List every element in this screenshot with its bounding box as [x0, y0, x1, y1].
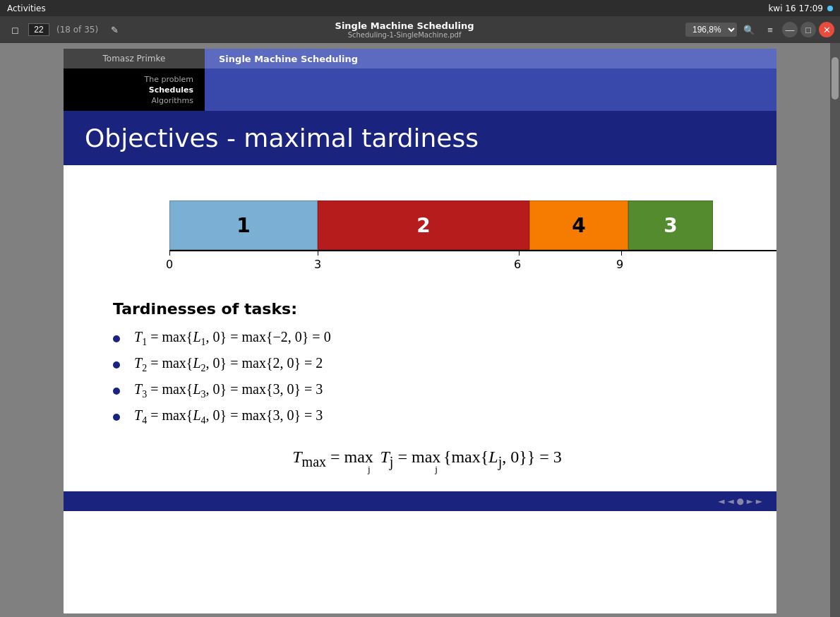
slide-wrapper: Tomasz Primke Single Machine Scheduling … — [64, 49, 776, 613]
label-9: 9 — [616, 258, 623, 271]
presentation-title: Single Machine Scheduling — [219, 54, 358, 64]
gantt-block-1: 1 — [169, 200, 318, 250]
tick-0 — [169, 250, 170, 256]
pres-nav-right — [205, 68, 776, 111]
titlebar: ◻ (18 of 35) ✎ Single Machine Scheduling… — [0, 16, 840, 43]
titlebar-left: ◻ (18 of 35) ✎ — [0, 22, 129, 37]
titlebar-right: 196,8% 100% 150% 200% 🔍 ≡ — □ ✕ — [680, 22, 840, 37]
gantt-chart: 1 2 4 3 ▶ t — [169, 200, 776, 279]
nav-item-algorithms: Algorithms — [151, 96, 193, 105]
nav-item-schedules: Schedules — [149, 85, 193, 95]
label-3: 3 — [314, 258, 321, 271]
titlebar-center: Single Machine Scheduling Scheduling-1-S… — [129, 20, 680, 39]
gantt-row: 1 2 4 3 — [169, 200, 776, 250]
list-item-t1: T1 = max{L1, 0} = max{−2, 0} = 0 — [113, 329, 741, 348]
gantt-axis-labels: 0 3 6 9 — [169, 258, 776, 279]
bullet-icon-4 — [113, 414, 120, 421]
label-0: 0 — [166, 258, 173, 271]
pres-nav: The problem Schedules Algorithms — [64, 68, 776, 111]
gantt-block-4: 4 — [529, 200, 628, 250]
tmax-formula: Tmax = maxj Tj = maxj{max{Lj, 0}} = 3 — [113, 448, 741, 470]
tick-3 — [318, 250, 318, 256]
doc-title: Single Machine Scheduling — [129, 20, 680, 31]
pres-bottom: ◄ ◄ ● ► ► — [64, 491, 776, 511]
slide-heading: Objectives - maximal tardiness — [85, 124, 755, 152]
formula-t3: T3 = max{L3, 0} = max{3, 0} = 3 — [134, 381, 323, 400]
nav-item-problem: The problem — [145, 75, 193, 84]
pres-header-title: Single Machine Scheduling — [205, 49, 776, 68]
math-section-title: Tardinesses of tasks: — [113, 300, 741, 318]
pres-nav-icons: ◄ ◄ ● ► ► — [718, 496, 762, 506]
datetime-label: kwi 16 17:09 — [768, 4, 823, 13]
page-of-total: (18 of 35) — [54, 25, 101, 35]
search-button[interactable]: 🔍 — [740, 22, 758, 37]
maximize-button[interactable]: □ — [800, 22, 816, 37]
author-label: Tomasz Primke — [103, 54, 166, 64]
label-6: 6 — [514, 258, 521, 271]
pdf-area: Tomasz Primke Single Machine Scheduling … — [0, 43, 840, 617]
list-item-t4: T4 = max{L4, 0} = max{3, 0} = 3 — [113, 407, 741, 426]
pres-nav-left: The problem Schedules Algorithms — [64, 68, 205, 111]
tick-9 — [621, 250, 622, 256]
pres-header-author: Tomasz Primke — [64, 49, 205, 68]
gantt-block-2: 2 — [318, 200, 529, 250]
pres-header: Tomasz Primke Single Machine Scheduling — [64, 49, 776, 68]
activities-label[interactable]: Activities — [7, 4, 46, 13]
window-button[interactable]: ◻ — [6, 22, 24, 37]
bullet-icon-1 — [113, 335, 120, 342]
scroll-thumb[interactable] — [832, 57, 839, 100]
formula-t1: T1 = max{L1, 0} = max{−2, 0} = 0 — [134, 329, 331, 348]
page-number-input[interactable] — [28, 23, 49, 36]
list-item-t2: T2 = max{L2, 0} = max{2, 0} = 2 — [113, 355, 741, 374]
system-bar-left: Activities — [7, 4, 46, 13]
bullet-icon-2 — [113, 361, 120, 369]
system-bar-right: kwi 16 17:09 — [768, 4, 833, 13]
scroll-area[interactable] — [830, 43, 840, 617]
menu-button[interactable]: ≡ — [761, 22, 779, 37]
tick-6 — [519, 250, 520, 256]
formula-t2: T2 = max{L2, 0} = max{2, 0} = 2 — [134, 355, 323, 374]
gantt-axis — [169, 250, 776, 251]
slide-content: 1 2 4 3 ▶ t — [64, 165, 776, 491]
close-button[interactable]: ✕ — [819, 22, 834, 37]
status-dot — [827, 6, 833, 11]
gantt-block-3: 3 — [628, 200, 713, 250]
math-list: T1 = max{L1, 0} = max{−2, 0} = 0 T2 = ma… — [113, 329, 741, 426]
doc-filename: Scheduling-1-SingleMachine.pdf — [129, 31, 680, 39]
system-bar: Activities kwi 16 17:09 — [0, 0, 840, 16]
formula-t4: T4 = max{L4, 0} = max{3, 0} = 3 — [134, 407, 323, 426]
minimize-button[interactable]: — — [782, 22, 798, 37]
bullet-icon-3 — [113, 388, 120, 395]
edit-button[interactable]: ✎ — [105, 22, 124, 37]
slide-title-area: Objectives - maximal tardiness — [64, 111, 776, 165]
list-item-t3: T3 = max{L3, 0} = max{3, 0} = 3 — [113, 381, 741, 400]
math-section: Tardinesses of tasks: T1 = max{L1, 0} = … — [99, 300, 741, 470]
zoom-selector[interactable]: 196,8% 100% 150% 200% — [685, 23, 737, 37]
